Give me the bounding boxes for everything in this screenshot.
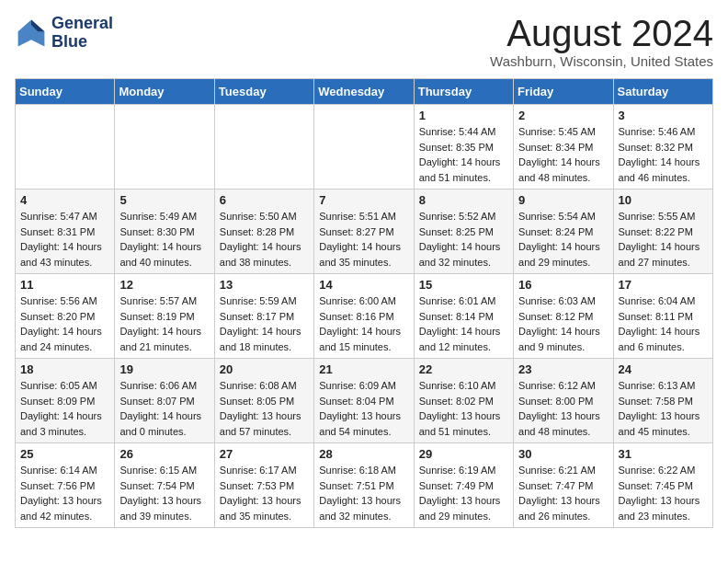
day-info: Sunrise: 5:46 AMSunset: 8:32 PMDaylight:… xyxy=(619,124,708,185)
calendar-cell: 7Sunrise: 5:51 AMSunset: 8:27 PMDaylight… xyxy=(314,190,414,274)
day-info: Sunrise: 6:05 AMSunset: 8:09 PMDaylight:… xyxy=(20,378,109,439)
calendar-cell: 15Sunrise: 6:01 AMSunset: 8:14 PMDayligh… xyxy=(414,274,513,359)
day-info: Sunrise: 5:56 AMSunset: 8:20 PMDaylight:… xyxy=(20,293,109,354)
day-number: 23 xyxy=(518,362,608,376)
logo: General Blue xyxy=(15,15,113,52)
weekday-header: Friday xyxy=(514,79,613,105)
calendar-cell: 9Sunrise: 5:54 AMSunset: 8:24 PMDaylight… xyxy=(514,190,613,274)
day-info: Sunrise: 6:08 AMSunset: 8:05 PMDaylight:… xyxy=(220,378,309,439)
day-info: Sunrise: 6:09 AMSunset: 8:04 PMDaylight:… xyxy=(319,378,408,439)
calendar-cell: 6Sunrise: 5:50 AMSunset: 8:28 PMDaylight… xyxy=(214,190,313,274)
calendar-table: SundayMondayTuesdayWednesdayThursdayFrid… xyxy=(15,78,713,528)
day-number: 24 xyxy=(619,362,708,376)
calendar-cell: 1Sunrise: 5:44 AMSunset: 8:35 PMDaylight… xyxy=(414,105,513,190)
calendar-cell xyxy=(16,105,115,190)
calendar-cell: 5Sunrise: 5:49 AMSunset: 8:30 PMDaylight… xyxy=(115,190,214,274)
day-number: 11 xyxy=(20,278,109,292)
day-number: 5 xyxy=(119,193,209,207)
calendar-cell: 17Sunrise: 6:04 AMSunset: 8:11 PMDayligh… xyxy=(613,274,712,359)
calendar-cell: 16Sunrise: 6:03 AMSunset: 8:12 PMDayligh… xyxy=(514,274,613,359)
calendar-week-row: 4Sunrise: 5:47 AMSunset: 8:31 PMDaylight… xyxy=(16,190,713,274)
calendar-cell: 11Sunrise: 5:56 AMSunset: 8:20 PMDayligh… xyxy=(16,274,115,359)
calendar-cell: 4Sunrise: 5:47 AMSunset: 8:31 PMDaylight… xyxy=(16,190,115,274)
day-info: Sunrise: 6:00 AMSunset: 8:16 PMDaylight:… xyxy=(319,293,408,354)
day-info: Sunrise: 5:51 AMSunset: 8:27 PMDaylight:… xyxy=(319,209,408,270)
day-info: Sunrise: 5:50 AMSunset: 8:28 PMDaylight:… xyxy=(220,209,309,270)
calendar-cell: 12Sunrise: 5:57 AMSunset: 8:19 PMDayligh… xyxy=(115,274,214,359)
day-info: Sunrise: 6:10 AMSunset: 8:02 PMDaylight:… xyxy=(419,378,508,439)
day-number: 25 xyxy=(20,447,109,461)
calendar-cell: 29Sunrise: 6:19 AMSunset: 7:49 PMDayligh… xyxy=(414,443,513,528)
day-info: Sunrise: 6:04 AMSunset: 8:11 PMDaylight:… xyxy=(619,293,708,354)
day-info: Sunrise: 6:19 AMSunset: 7:49 PMDaylight:… xyxy=(419,463,508,523)
day-number: 19 xyxy=(119,362,209,376)
weekday-header: Thursday xyxy=(414,79,513,105)
day-info: Sunrise: 6:15 AMSunset: 7:54 PMDaylight:… xyxy=(119,463,209,523)
day-number: 4 xyxy=(20,193,109,207)
calendar-week-row: 25Sunrise: 6:14 AMSunset: 7:56 PMDayligh… xyxy=(16,443,713,528)
day-info: Sunrise: 5:55 AMSunset: 8:22 PMDaylight:… xyxy=(619,209,708,270)
day-number: 17 xyxy=(619,278,708,292)
day-number: 22 xyxy=(419,362,508,376)
day-info: Sunrise: 5:44 AMSunset: 8:35 PMDaylight:… xyxy=(419,124,508,185)
calendar-cell: 25Sunrise: 6:14 AMSunset: 7:56 PMDayligh… xyxy=(16,443,115,528)
calendar-week-row: 18Sunrise: 6:05 AMSunset: 8:09 PMDayligh… xyxy=(16,359,713,443)
logo-icon xyxy=(15,17,48,50)
day-info: Sunrise: 5:52 AMSunset: 8:25 PMDaylight:… xyxy=(419,209,508,270)
calendar-cell: 3Sunrise: 5:46 AMSunset: 8:32 PMDaylight… xyxy=(613,105,712,190)
day-info: Sunrise: 5:49 AMSunset: 8:30 PMDaylight:… xyxy=(119,209,209,270)
calendar-cell xyxy=(214,105,313,190)
day-number: 26 xyxy=(119,447,209,461)
day-number: 31 xyxy=(619,447,708,461)
day-info: Sunrise: 6:12 AMSunset: 8:00 PMDaylight:… xyxy=(518,378,608,439)
calendar-cell xyxy=(115,105,214,190)
day-number: 9 xyxy=(518,193,608,207)
day-number: 1 xyxy=(419,109,508,122)
weekday-header: Saturday xyxy=(613,79,712,105)
calendar-cell: 24Sunrise: 6:13 AMSunset: 7:58 PMDayligh… xyxy=(613,359,712,443)
calendar-cell: 10Sunrise: 5:55 AMSunset: 8:22 PMDayligh… xyxy=(613,190,712,274)
calendar-cell: 8Sunrise: 5:52 AMSunset: 8:25 PMDaylight… xyxy=(414,190,513,274)
title-area: August 2024 Washburn, Wisconsin, United … xyxy=(490,15,713,69)
logo-text: General Blue xyxy=(51,15,113,52)
weekday-header: Monday xyxy=(115,79,214,105)
day-number: 10 xyxy=(619,193,708,207)
weekday-header: Wednesday xyxy=(314,79,414,105)
weekday-header-row: SundayMondayTuesdayWednesdayThursdayFrid… xyxy=(16,79,713,105)
calendar-cell: 30Sunrise: 6:21 AMSunset: 7:47 PMDayligh… xyxy=(514,443,613,528)
day-number: 29 xyxy=(419,447,508,461)
day-number: 14 xyxy=(319,278,408,292)
calendar-cell xyxy=(314,105,414,190)
calendar-cell: 22Sunrise: 6:10 AMSunset: 8:02 PMDayligh… xyxy=(414,359,513,443)
day-number: 2 xyxy=(518,109,608,122)
calendar-cell: 19Sunrise: 6:06 AMSunset: 8:07 PMDayligh… xyxy=(115,359,214,443)
day-number: 3 xyxy=(619,109,708,122)
day-info: Sunrise: 5:59 AMSunset: 8:17 PMDaylight:… xyxy=(220,293,309,354)
day-info: Sunrise: 6:17 AMSunset: 7:53 PMDaylight:… xyxy=(220,463,309,523)
calendar-cell: 23Sunrise: 6:12 AMSunset: 8:00 PMDayligh… xyxy=(514,359,613,443)
day-number: 28 xyxy=(319,447,408,461)
day-info: Sunrise: 6:14 AMSunset: 7:56 PMDaylight:… xyxy=(20,463,109,523)
calendar-cell: 28Sunrise: 6:18 AMSunset: 7:51 PMDayligh… xyxy=(314,443,414,528)
calendar-cell: 13Sunrise: 5:59 AMSunset: 8:17 PMDayligh… xyxy=(214,274,313,359)
calendar-cell: 31Sunrise: 6:22 AMSunset: 7:45 PMDayligh… xyxy=(613,443,712,528)
calendar-cell: 27Sunrise: 6:17 AMSunset: 7:53 PMDayligh… xyxy=(214,443,313,528)
calendar-cell: 2Sunrise: 5:45 AMSunset: 8:34 PMDaylight… xyxy=(514,105,613,190)
header: General Blue August 2024 Washburn, Wisco… xyxy=(15,15,713,69)
day-number: 8 xyxy=(419,193,508,207)
day-number: 21 xyxy=(319,362,408,376)
day-number: 20 xyxy=(220,362,309,376)
calendar-week-row: 11Sunrise: 5:56 AMSunset: 8:20 PMDayligh… xyxy=(16,274,713,359)
day-number: 16 xyxy=(518,278,608,292)
day-info: Sunrise: 5:54 AMSunset: 8:24 PMDaylight:… xyxy=(518,209,608,270)
day-number: 12 xyxy=(119,278,209,292)
day-info: Sunrise: 6:18 AMSunset: 7:51 PMDaylight:… xyxy=(319,463,408,523)
calendar-cell: 14Sunrise: 6:00 AMSunset: 8:16 PMDayligh… xyxy=(314,274,414,359)
day-info: Sunrise: 6:13 AMSunset: 7:58 PMDaylight:… xyxy=(619,378,708,439)
day-info: Sunrise: 5:57 AMSunset: 8:19 PMDaylight:… xyxy=(119,293,209,354)
day-number: 7 xyxy=(319,193,408,207)
day-number: 27 xyxy=(220,447,309,461)
day-number: 15 xyxy=(419,278,508,292)
calendar-cell: 18Sunrise: 6:05 AMSunset: 8:09 PMDayligh… xyxy=(16,359,115,443)
day-number: 13 xyxy=(220,278,309,292)
